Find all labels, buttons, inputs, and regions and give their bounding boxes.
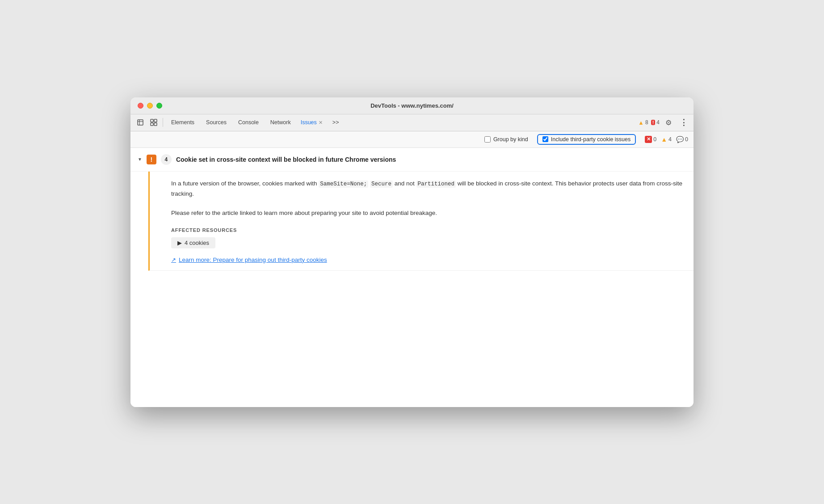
devtools-window: DevTools - www.nytimes.com/ Elements Sou… [130,97,694,407]
warning-count-item: ▲ 4 [661,136,672,143]
svg-rect-0 [138,120,143,125]
group-by-kind-group: Group by kind [484,136,528,143]
learn-more-link[interactable]: ↗ Learn more: Prepare for phasing out th… [171,256,683,263]
devtools-content: ▼ ! 4 Cookie set in cross-site context w… [130,148,694,407]
svg-rect-5 [151,123,153,126]
issue-group-cookies: ▼ ! 4 Cookie set in cross-site context w… [130,148,694,271]
info-count-item: 💬 0 [676,136,688,143]
cursor-icon [137,119,144,126]
code-partitioned: Partitioned [416,181,456,188]
more-options-button[interactable]: ⋮ [677,116,690,129]
tab-issues-close[interactable]: ✕ [319,120,323,126]
code-samesite: SameSite=None; [319,181,368,188]
close-button[interactable] [138,103,143,109]
title-bar: DevTools - www.nytimes.com/ [130,97,694,114]
error-count-item: ✕ 0 [645,136,656,143]
minimize-button[interactable] [147,103,153,109]
tab-sources[interactable]: Sources [201,117,232,128]
svg-rect-4 [154,119,157,122]
more-tabs-button[interactable]: >> [327,117,345,128]
cookies-expand-button[interactable]: ▶ 4 cookies [171,237,215,248]
issue-header[interactable]: ▼ ! 4 Cookie set in cross-site context w… [130,148,694,172]
devtools-toolbar: Elements Sources Console Network Issues … [130,114,694,131]
group-by-kind-label[interactable]: Group by kind [493,136,528,143]
tab-network[interactable]: Network [265,117,296,128]
error-count: 4 [656,119,660,126]
maximize-button[interactable] [156,103,162,109]
issue-warning-badge: ! [147,155,156,164]
issue-count-bubble: 4 [161,154,172,165]
svg-rect-3 [151,119,153,122]
filter-warning-count: 4 [668,136,672,143]
third-party-wrapper: Include third-party cookie issues [537,134,636,145]
filter-bar: Group by kind Include third-party cookie… [130,131,694,148]
third-party-checkbox[interactable] [542,136,548,142]
issues-panel[interactable]: ▼ ! 4 Cookie set in cross-site context w… [130,148,694,407]
warning-badge: ▲ 8 [638,119,648,126]
third-party-label[interactable]: Include third-party cookie issues [551,136,631,143]
cursor-icon-button[interactable] [134,116,147,129]
filter-info-count: 0 [685,136,688,143]
external-link-icon: ↗ [171,256,176,263]
toolbar-right: ▲ 8 ! 4 ⚙ ⋮ [638,116,690,129]
issue-description-1: In a future version of the browser, cook… [171,179,683,199]
cookies-expand-label: 4 cookies [185,239,209,246]
window-title: DevTools - www.nytimes.com/ [370,102,454,109]
issue-body: In a future version of the browser, cook… [148,172,694,271]
expand-arrow-icon: ▼ [138,157,142,162]
settings-button[interactable]: ⚙ [662,116,675,129]
more-icon: ⋮ [680,118,688,127]
tab-issues-label: Issues [301,119,317,126]
error-icon: ! [651,120,656,125]
filter-error-count: 0 [653,136,656,143]
learn-more-text: Learn more: Prepare for phasing out thir… [179,256,327,263]
gear-icon: ⚙ [665,118,672,127]
inspect-icon-button[interactable] [147,116,160,129]
tab-issues[interactable]: Issues ✕ [297,118,326,127]
filter-counts: ✕ 0 ▲ 4 💬 0 [645,136,688,143]
traffic-lights [138,103,162,109]
code-secure: Secure [370,181,393,188]
issue-badge-icon: ! [151,156,153,163]
warning-count: 8 [645,119,648,126]
error-badge: ! 4 [651,119,660,126]
group-by-kind-checkbox[interactable] [484,136,491,143]
issue-description-2: Please refer to the article linked to le… [171,208,683,218]
toolbar-divider [163,118,163,127]
tab-console[interactable]: Console [233,117,264,128]
issue-title: Cookie set in cross-site context will be… [176,156,396,163]
filter-warning-icon: ▲ [661,136,667,143]
affected-resources-title: AFFECTED RESOURCES [171,227,683,233]
expand-triangle-icon: ▶ [177,239,182,246]
svg-rect-6 [154,123,157,126]
tab-elements[interactable]: Elements [166,117,200,128]
filter-info-icon: 💬 [676,136,684,143]
inspect-icon [150,119,157,126]
warning-icon: ▲ [638,119,644,126]
error-x-icon: ✕ [645,136,652,143]
